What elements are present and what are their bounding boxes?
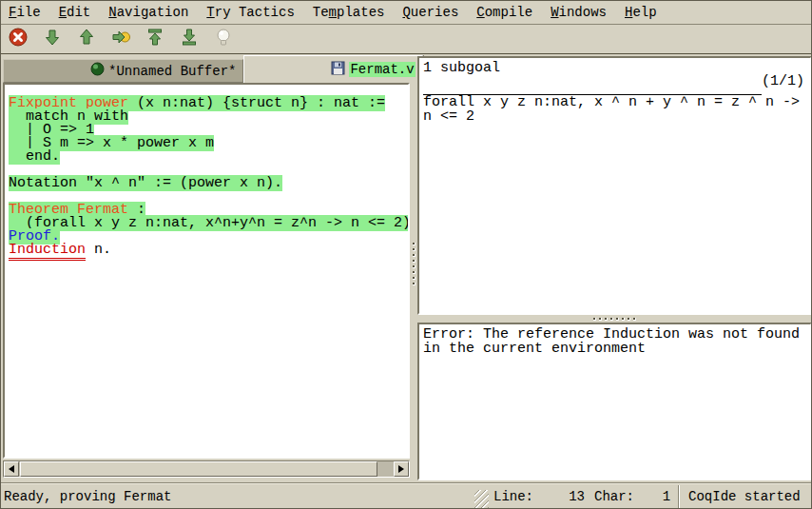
- tab-label: *Unnamed Buffer*: [108, 64, 236, 79]
- char-label: Char:: [594, 489, 634, 504]
- horizontal-sash[interactable]: [417, 315, 812, 323]
- resize-grip-icon[interactable]: [474, 490, 489, 509]
- code-line: (forall x y z n:nat, x^n+y^n = z^n -> n …: [9, 217, 408, 230]
- code-line: | S m => x * power x m: [9, 137, 408, 150]
- goal-separator: (1/1): [423, 75, 804, 95]
- menu-bar: FileEditNavigationTry TacticsTemplatesQu…: [1, 1, 811, 25]
- right-arrow-icon: [398, 465, 408, 473]
- scroll-right-button[interactable]: [394, 461, 409, 477]
- script-pane: *Unnamed Buffer* Fermat.v Fixpoint power…: [1, 54, 411, 482]
- text-line: forall x y z n:nat, x ^ n + y ^ n = z ^ …: [423, 95, 806, 109]
- tab-unnamed-buffer[interactable]: *Unnamed Buffer*: [3, 59, 243, 83]
- char-value: 1: [634, 489, 670, 504]
- run-to-end-icon: [179, 27, 200, 52]
- tab-label: Fermat.v: [349, 62, 415, 77]
- line-label: Line:: [493, 489, 533, 504]
- code-line: Notation "x ^ n" := (power x n).: [9, 177, 408, 190]
- status-bar: Ready, proving Fermat Line: 13 Char: 1 C…: [1, 482, 811, 509]
- goal-text: forall x y z n:nat, x ^ n + y ^ n = z ^ …: [423, 95, 806, 124]
- menu-navigation[interactable]: Navigation: [108, 5, 188, 20]
- reset-button[interactable]: [144, 28, 166, 50]
- scroll-left-button[interactable]: [4, 461, 19, 477]
- menu-templates[interactable]: Templates: [313, 5, 385, 20]
- code-line: Induction n.: [9, 244, 408, 257]
- tab-fermat-v[interactable]: Fermat.v: [243, 55, 423, 83]
- editor-text: Fixpoint power (x n:nat) {struct n} : na…: [5, 85, 408, 257]
- lightbulb-button[interactable]: [212, 28, 235, 50]
- menu-try-tactics[interactable]: Try Tactics: [206, 5, 294, 20]
- menu-help[interactable]: Help: [625, 5, 657, 20]
- goal-header: 1 subgoal: [423, 61, 806, 75]
- goal-counter: (1/1): [762, 74, 804, 88]
- left-arrow-icon: [5, 465, 14, 473]
- text-line: n <= 2: [423, 109, 806, 124]
- buffer-tabs: *Unnamed Buffer* Fermat.v: [3, 54, 424, 83]
- text-line: in the current environment: [423, 342, 806, 356]
- code-line: end.: [9, 150, 408, 164]
- message-panel[interactable]: Error: The reference Induction was not f…: [417, 323, 812, 480]
- scrollbar-thumb[interactable]: [20, 461, 377, 477]
- status-message: Ready, proving Fermat: [1, 489, 474, 504]
- horizontal-scrollbar[interactable]: [3, 460, 410, 478]
- menu-compile[interactable]: Compile: [476, 5, 532, 20]
- coqide-window: FileEditNavigationTry TacticsTemplatesQu…: [0, 0, 812, 509]
- text-line: Error: The reference Induction was not f…: [423, 327, 806, 342]
- menu-file[interactable]: File: [9, 5, 41, 20]
- proof-pane: 1 subgoal (1/1) forall x y z n:nat, x ^ …: [417, 54, 812, 482]
- reset-icon: [145, 27, 165, 52]
- run-to-cursor-icon: [110, 27, 131, 52]
- splitter-grip-icon: [413, 243, 416, 288]
- toolbar: [1, 25, 811, 54]
- goal-panel[interactable]: 1 subgoal (1/1) forall x y z n:nat, x ^ …: [417, 56, 812, 315]
- run-to-cursor-button[interactable]: [109, 28, 132, 50]
- script-editor[interactable]: Fixpoint power (x n:nat) {struct n} : na…: [3, 83, 410, 459]
- ide-status: CoqIde started: [678, 485, 811, 508]
- menu-windows[interactable]: Windows: [551, 5, 607, 20]
- vertical-splitter[interactable]: [411, 54, 417, 482]
- run-to-end-button[interactable]: [178, 28, 201, 50]
- error-text: Error: The reference Induction was not f…: [423, 327, 806, 356]
- lightbulb-icon: [213, 27, 234, 52]
- line-value: 13: [533, 489, 585, 504]
- menu-edit[interactable]: Edit: [59, 5, 91, 20]
- menu-queries[interactable]: Queries: [402, 5, 458, 20]
